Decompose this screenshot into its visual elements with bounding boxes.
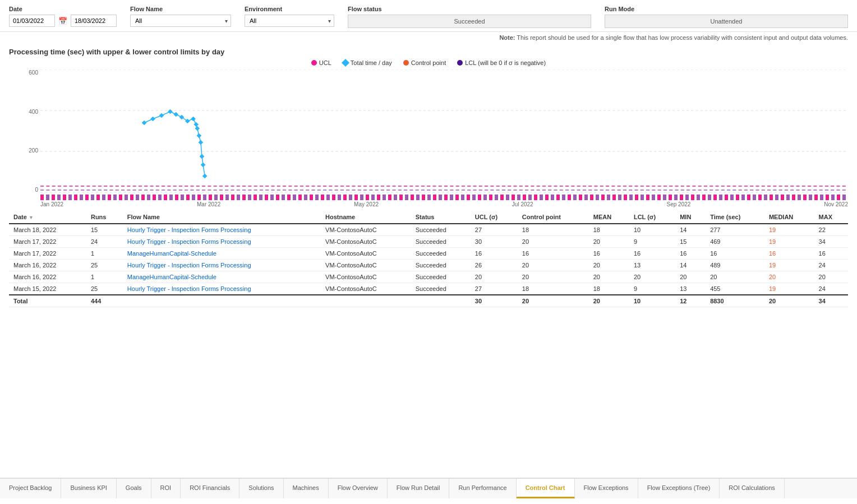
total-hostname: [321, 295, 411, 307]
date-to-input[interactable]: [71, 15, 117, 27]
total-lcl: 10: [629, 295, 675, 307]
run-mode-filter-group: Run Mode Unattended: [605, 6, 848, 28]
tab-roi-calculations[interactable]: ROI Calculations: [720, 479, 785, 498]
col-status[interactable]: Status: [411, 211, 471, 224]
cell-time-sec: 20: [706, 271, 764, 283]
run-mode-button[interactable]: Unattended: [605, 15, 848, 28]
cell-mean: 20: [589, 236, 629, 248]
cell-control-point: 20: [518, 260, 589, 271]
total-max: 34: [814, 295, 848, 307]
tab-bar: Project BacklogBusiness KPIGoalsROIROI F…: [0, 478, 857, 498]
col-min[interactable]: MIN: [675, 211, 706, 224]
cell-max: 24: [814, 283, 848, 295]
cell-flow-name[interactable]: ManageHumanCapital-Schedule: [123, 248, 321, 260]
col-time-sec[interactable]: Time (sec): [706, 211, 764, 224]
cell-max: 34: [814, 236, 848, 248]
cell-runs: 15: [86, 224, 123, 236]
tab-flow-run-detail[interactable]: Flow Run Detail: [388, 479, 450, 498]
col-median[interactable]: MEDIAN: [764, 211, 814, 224]
cell-time-sec: 489: [706, 260, 764, 271]
x-label-mar: Mar 2022: [197, 201, 220, 207]
cell-mean: 20: [589, 260, 629, 271]
total-label: Total: [9, 295, 86, 307]
col-control-point[interactable]: Control point: [518, 211, 589, 224]
cell-max: 24: [814, 260, 848, 271]
table-row: March 17, 2022 1 ManageHumanCapital-Sche…: [9, 248, 848, 260]
cell-mean: 20: [589, 271, 629, 283]
cell-flow-name[interactable]: Hourly Trigger - Inspection Forms Proces…: [123, 224, 321, 236]
run-mode-label: Run Mode: [605, 6, 848, 12]
flow-name-select[interactable]: All: [130, 15, 231, 27]
col-mean[interactable]: MEAN: [589, 211, 629, 224]
x-label-nov: Nov 2022: [824, 201, 848, 207]
cell-median: 16: [764, 248, 814, 260]
tab-goals[interactable]: Goals: [117, 479, 151, 498]
legend-control-point: Control point: [403, 59, 446, 66]
col-runs[interactable]: Runs: [86, 211, 123, 224]
col-hostname[interactable]: Hostname: [321, 211, 411, 224]
svg-rect-9: [168, 109, 173, 114]
total-median: 20: [764, 295, 814, 307]
tab-control-chart[interactable]: Control Chart: [517, 479, 575, 498]
col-ucl[interactable]: UCL (σ): [471, 211, 518, 224]
cell-ucl: 30: [471, 236, 518, 248]
tab-run-performance[interactable]: Run Performance: [449, 479, 516, 498]
cell-control-point: 20: [518, 236, 589, 248]
cell-date: March 17, 2022: [9, 248, 86, 260]
cell-flow-name[interactable]: Hourly Trigger - Inspection Forms Proces…: [123, 260, 321, 271]
tab-business-kpi[interactable]: Business KPI: [61, 479, 116, 498]
dashed-pattern-bar: [40, 195, 848, 200]
svg-rect-13: [191, 117, 196, 121]
x-label-jul: Jul 2022: [512, 201, 533, 207]
cell-flow-name[interactable]: ManageHumanCapital-Schedule: [123, 271, 321, 283]
col-lcl[interactable]: LCL (σ): [629, 211, 675, 224]
lcl-dot: [457, 60, 463, 66]
tab-flow-exceptions[interactable]: Flow Exceptions: [575, 479, 638, 498]
calendar-icon[interactable]: 📅: [58, 17, 67, 25]
tab-flow-exceptions-tree[interactable]: Flow Exceptions (Tree): [638, 479, 720, 498]
chart-title: Processing time (sec) with upper & lower…: [9, 48, 848, 56]
cell-status: Succeeded: [411, 236, 471, 248]
note-bar: Note: This report should be used for a s…: [0, 32, 857, 43]
chart-section: Processing time (sec) with upper & lower…: [0, 43, 857, 211]
tab-machines[interactable]: Machines: [284, 479, 329, 498]
col-flow-name[interactable]: Flow Name: [123, 211, 321, 224]
svg-rect-6: [142, 121, 147, 125]
table-row: March 17, 2022 24 Hourly Trigger - Inspe…: [9, 236, 848, 248]
tab-roi-financials[interactable]: ROI Financials: [181, 479, 239, 498]
flow-status-button[interactable]: Succeeded: [348, 15, 591, 28]
total-min: 12: [675, 295, 706, 307]
col-date[interactable]: Date ▼: [9, 211, 86, 224]
col-max[interactable]: MAX: [814, 211, 848, 224]
environment-label: Environment: [245, 6, 334, 12]
cell-time-sec: 277: [706, 224, 764, 236]
tab-roi[interactable]: ROI: [151, 479, 181, 498]
cell-flow-name[interactable]: Hourly Trigger - Inspection Forms Proces…: [123, 283, 321, 295]
date-from-input[interactable]: [9, 15, 55, 27]
cell-lcl: 9: [629, 283, 675, 295]
cell-lcl: 13: [629, 260, 675, 271]
chart-x-labels: Jan 2022 Mar 2022 May 2022 Jul 2022 Sep …: [40, 200, 848, 209]
cell-min: 14: [675, 260, 706, 271]
cell-time-sec: 455: [706, 283, 764, 295]
tab-flow-overview[interactable]: Flow Overview: [329, 479, 388, 498]
cell-mean: 18: [589, 224, 629, 236]
lcl-label: LCL (will be 0 if σ is negative): [465, 59, 546, 66]
cell-date: March 15, 2022: [9, 283, 86, 295]
total-time-sec: 8830: [706, 295, 764, 307]
flow-status-filter-group: Flow status Succeeded: [348, 6, 591, 28]
main-content: Processing time (sec) with upper & lower…: [0, 43, 857, 478]
cell-status: Succeeded: [411, 260, 471, 271]
cell-hostname: VM-ContosoAutoC: [321, 248, 411, 260]
cell-median: 19: [764, 283, 814, 295]
cell-flow-name[interactable]: Hourly Trigger - Inspection Forms Proces…: [123, 236, 321, 248]
environment-select[interactable]: All: [245, 15, 334, 27]
cell-lcl: 16: [629, 248, 675, 260]
cell-median: 19: [764, 260, 814, 271]
cell-control-point: 16: [518, 248, 589, 260]
tab-solutions[interactable]: Solutions: [239, 479, 283, 498]
cell-ucl: 26: [471, 260, 518, 271]
cell-time-sec: 469: [706, 236, 764, 248]
svg-rect-7: [150, 117, 155, 121]
tab-project-backlog[interactable]: Project Backlog: [0, 479, 61, 498]
